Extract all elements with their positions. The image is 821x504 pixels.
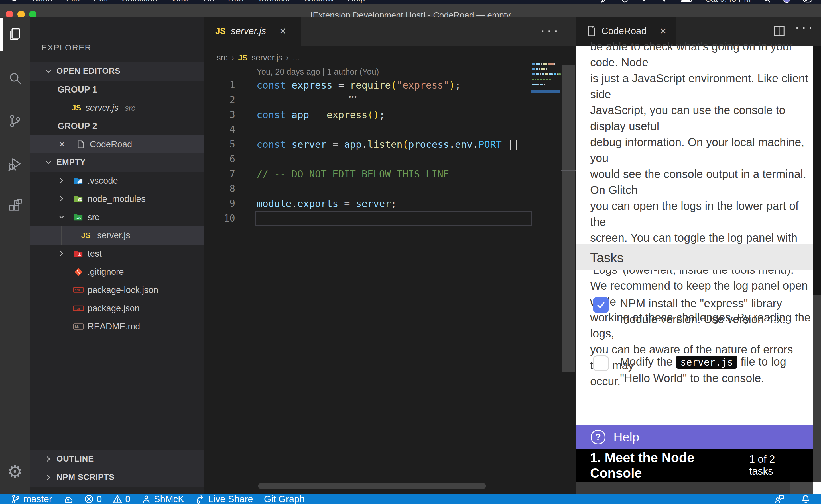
sidebar-row-package-lock-json[interactable]: npmpackage-lock.json: [30, 281, 204, 299]
npm-icon: npm: [73, 285, 84, 296]
editor-more-actions-icon[interactable]: ···: [540, 22, 560, 39]
battery-icon[interactable]: [681, 0, 693, 3]
minimap-token: [540, 73, 541, 75]
status-item-shmck[interactable]: ShMcK: [141, 494, 184, 504]
line-number: 6: [204, 152, 235, 167]
breadcrumb-separator-icon: ›: [232, 53, 234, 62]
sidebar-row-coderoad[interactable]: ✕CodeRoad: [30, 135, 204, 153]
code-line: // -- DO NOT EDIT BELOW THIS LINE: [257, 167, 530, 181]
close-tab-icon[interactable]: ✕: [279, 26, 286, 36]
menu-item-run[interactable]: Run: [228, 0, 244, 3]
split-editor-icon[interactable]: [773, 24, 786, 38]
status-label: 0: [97, 494, 102, 504]
tree-item-label: src: [87, 212, 99, 222]
sidebar-row-server-js[interactable]: JSserver.js: [30, 226, 204, 245]
apple-menu-icon[interactable]: [11, 0, 18, 3]
tab-server-js[interactable]: JS server.js ✕: [204, 17, 301, 46]
sidebar-row-open-editors[interactable]: OPEN EDITORS: [30, 62, 204, 81]
inline-code-chip: server.js: [676, 356, 738, 369]
editor-group[interactable]: JS server.js ✕ ··· src›JSserver.js›... Y…: [204, 17, 576, 494]
breadcrumb: src›JSserver.js›...: [217, 48, 300, 67]
status-item-sync[interactable]: [63, 494, 73, 504]
play-icon[interactable]: [641, 0, 648, 3]
close-tab-icon[interactable]: ✕: [660, 26, 667, 36]
code-line: module.exports = server;: [257, 196, 530, 211]
tree-item-label: package.json: [87, 303, 140, 314]
breadcrumb-item[interactable]: src: [217, 53, 228, 62]
sidebar-row-outline[interactable]: OUTLINE: [30, 450, 204, 468]
help-bar[interactable]: ? Help: [576, 425, 813, 449]
line-number: 7: [204, 167, 235, 181]
webview-scrollbar-track[interactable]: [813, 46, 821, 295]
status-item-git-graph[interactable]: Git Graph: [264, 494, 305, 504]
task-checkbox-checked[interactable]: [593, 297, 609, 313]
sidebar-row-group-2[interactable]: GROUP 2: [30, 117, 204, 135]
breadcrumb-item[interactable]: server.js: [252, 53, 282, 62]
lesson-bar[interactable]: 1. Meet the Node Console 1 of 2 tasks: [576, 449, 813, 482]
activity-item-source-control[interactable]: [0, 104, 30, 138]
sidebar-row-node-modules[interactable]: jsnode_modules: [30, 190, 204, 208]
panel-footer-strip-segment: [790, 482, 813, 494]
sidebar-row-npm-scripts[interactable]: NPM SCRIPTS: [30, 468, 204, 487]
editor-vertical-scrollbar[interactable]: [562, 65, 575, 372]
editor-horizontal-scrollbar[interactable]: [258, 483, 486, 489]
menu-item-code[interactable]: Code: [32, 0, 52, 3]
siri-icon[interactable]: [783, 0, 791, 3]
code-line: [257, 122, 530, 137]
code-line: [257, 211, 530, 226]
code-token: express: [327, 109, 367, 120]
menu-item-edit[interactable]: Edit: [93, 0, 108, 3]
sidebar-row-readme-md[interactable]: M↓README.md: [30, 317, 204, 336]
menu-item-terminal[interactable]: Terminal: [258, 0, 290, 3]
pencil-icon[interactable]: [600, 0, 609, 3]
sidebar-row--gitignore[interactable]: .gitignore: [30, 263, 204, 281]
tab-label: CodeRoad: [601, 26, 647, 36]
status-item-bell[interactable]: [800, 494, 811, 504]
line-number: 9: [204, 196, 235, 211]
panel-more-actions-icon[interactable]: ···: [795, 18, 815, 35]
menu-item-go[interactable]: Go: [203, 0, 215, 3]
status-item-feedback[interactable]: [774, 494, 785, 504]
tree-item-label: node_modules: [87, 194, 145, 204]
sidebar-row-src[interactable]: </>src: [30, 208, 204, 226]
minimap[interactable]: [531, 63, 562, 126]
node-icon: js: [73, 194, 84, 204]
lesson-paragraph: be able to check what’s going on in your…: [590, 38, 814, 389]
activity-item-search[interactable]: [0, 62, 30, 95]
codelens-blame[interactable]: You, 20 days ago | 1 author (You): [257, 67, 379, 77]
code-content[interactable]: const express = require("express");const…: [257, 78, 530, 226]
menu-item-view[interactable]: View: [171, 0, 189, 3]
person-icon: [141, 494, 151, 504]
volume-icon[interactable]: [660, 0, 669, 3]
sidebar-row-group-1[interactable]: GROUP 1: [30, 81, 204, 99]
menu-item-selection[interactable]: Selection: [122, 0, 157, 3]
spotlight-icon[interactable]: [763, 0, 771, 3]
status-item-0[interactable]: 0: [113, 494, 130, 504]
control-center-icon[interactable]: [803, 0, 812, 3]
shield-icon[interactable]: [621, 0, 629, 3]
status-item-0[interactable]: 0: [84, 494, 102, 504]
activity-item-extensions[interactable]: [0, 190, 30, 223]
menu-item-file[interactable]: File: [66, 0, 80, 3]
menu-clock[interactable]: Sat 9:45 PM: [705, 0, 751, 4]
line-number: 10: [204, 211, 235, 226]
activity-item-debug[interactable]: [0, 147, 30, 181]
webview-scrollbar-thumb[interactable]: [813, 295, 821, 482]
status-item-live-share[interactable]: Live Share: [195, 494, 253, 504]
task-checkbox-unchecked[interactable]: [593, 355, 609, 371]
srcfolder-icon: </>: [73, 212, 84, 223]
menu-item-help[interactable]: Help: [348, 0, 365, 3]
breadcrumb-item[interactable]: ...: [293, 53, 300, 62]
activity-item-files[interactable]: [0, 18, 30, 51]
menu-item-window[interactable]: Window: [303, 0, 334, 3]
close-editor-icon[interactable]: ✕: [58, 139, 66, 149]
chevron-right-icon: [44, 455, 53, 464]
sidebar-row-server-js[interactable]: JSserver.jssrc: [30, 99, 204, 117]
sidebar-row-empty[interactable]: EMPTY: [30, 153, 204, 172]
sidebar-row--vscode[interactable]: .vscode: [30, 172, 204, 190]
sidebar-row-test[interactable]: test: [30, 245, 204, 263]
status-item-master[interactable]: master: [11, 494, 52, 504]
activity-item-settings-gear[interactable]: ⚙: [0, 455, 30, 489]
code-line: [257, 93, 530, 107]
sidebar-row-package-json[interactable]: npmpackage.json: [30, 299, 204, 317]
